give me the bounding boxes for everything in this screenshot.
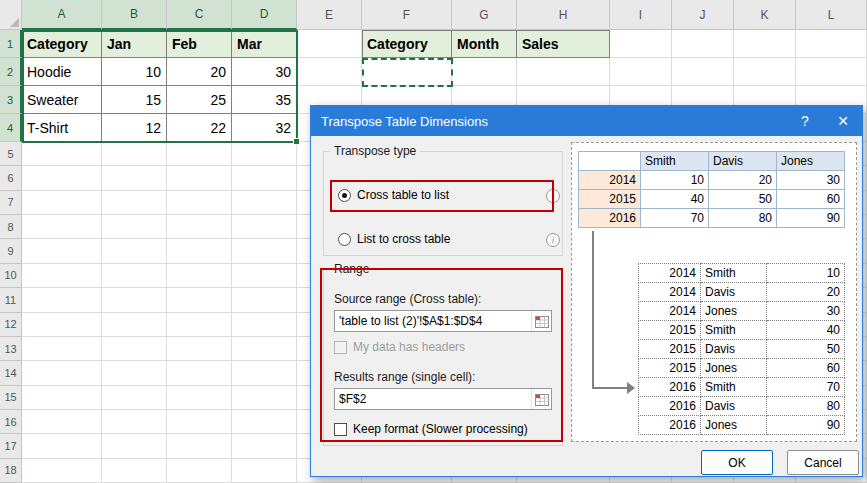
cell-B17[interactable] (102, 434, 167, 458)
cell-D10[interactable] (232, 264, 297, 288)
cell-A6[interactable] (22, 166, 102, 190)
cell-D13[interactable] (232, 337, 297, 361)
cell-B14[interactable] (102, 361, 167, 385)
cell-L2[interactable] (796, 58, 867, 86)
cell-B10[interactable] (102, 264, 167, 288)
cell-A9[interactable] (22, 239, 102, 263)
cell-C13[interactable] (167, 337, 232, 361)
cell-A11[interactable] (22, 288, 102, 312)
cell-D17[interactable] (232, 434, 297, 458)
cell-B11[interactable] (102, 288, 167, 312)
column-header-E[interactable]: E (297, 0, 362, 30)
cell-A14[interactable] (22, 361, 102, 385)
column-header-I[interactable]: I (610, 0, 672, 30)
cell-A1[interactable]: Category (22, 30, 102, 58)
cell-B3[interactable]: 15 (102, 86, 167, 114)
cell-B6[interactable] (102, 166, 167, 190)
cell-A10[interactable] (22, 264, 102, 288)
cell-B4[interactable]: 12 (102, 114, 167, 142)
cell-B12[interactable] (102, 313, 167, 337)
dialog-titlebar[interactable]: Transpose Table Dimensions ? ✕ (311, 106, 862, 136)
help-icon[interactable]: ? (786, 106, 824, 136)
cell-D15[interactable] (232, 386, 297, 410)
column-header-L[interactable]: L (796, 0, 867, 30)
cell-F2[interactable] (362, 58, 452, 86)
cell-C16[interactable] (167, 410, 232, 434)
cell-C4[interactable]: 22 (167, 114, 232, 142)
cell-B1[interactable]: Jan (102, 30, 167, 58)
checkbox-keep-format[interactable]: Keep format (Slower processing) (334, 422, 528, 436)
source-range-input[interactable] (335, 314, 531, 328)
row-header-9[interactable]: 9 (0, 239, 22, 263)
row-header-11[interactable]: 11 (0, 288, 22, 312)
cell-C5[interactable] (167, 142, 232, 166)
cell-B5[interactable] (102, 142, 167, 166)
cell-C1[interactable]: Feb (167, 30, 232, 58)
cell-E1[interactable] (297, 30, 362, 58)
cell-C18[interactable] (167, 459, 232, 483)
cell-C14[interactable] (167, 361, 232, 385)
cell-B7[interactable] (102, 191, 167, 215)
cell-K1[interactable] (734, 30, 796, 58)
row-header-7[interactable]: 7 (0, 191, 22, 215)
row-header-17[interactable]: 17 (0, 434, 22, 458)
cell-B18[interactable] (102, 459, 167, 483)
cell-C17[interactable] (167, 434, 232, 458)
cell-H2[interactable] (517, 58, 610, 86)
row-header-3[interactable]: 3 (0, 86, 22, 114)
cell-A3[interactable]: Sweater (22, 86, 102, 114)
column-header-J[interactable]: J (672, 0, 734, 30)
cell-A18[interactable] (22, 459, 102, 483)
row-header-5[interactable]: 5 (0, 142, 22, 166)
row-header-12[interactable]: 12 (0, 313, 22, 337)
row-header-6[interactable]: 6 (0, 166, 22, 190)
cell-L1[interactable] (796, 30, 867, 58)
cell-G1[interactable]: Month (452, 30, 517, 58)
row-header-2[interactable]: 2 (0, 58, 22, 86)
cell-A7[interactable] (22, 191, 102, 215)
row-header-16[interactable]: 16 (0, 410, 22, 434)
cell-C3[interactable]: 25 (167, 86, 232, 114)
column-header-F[interactable]: F (362, 0, 452, 30)
cell-E2[interactable] (297, 58, 362, 86)
cell-B2[interactable]: 10 (102, 58, 167, 86)
cell-K2[interactable] (734, 58, 796, 86)
cell-J2[interactable] (672, 58, 734, 86)
row-header-18[interactable]: 18 (0, 459, 22, 483)
cell-A12[interactable] (22, 313, 102, 337)
range-picker-icon[interactable] (531, 311, 551, 331)
cell-C11[interactable] (167, 288, 232, 312)
cell-C12[interactable] (167, 313, 232, 337)
row-header-4[interactable]: 4 (0, 114, 22, 142)
cell-C2[interactable]: 20 (167, 58, 232, 86)
cell-B16[interactable] (102, 410, 167, 434)
column-header-H[interactable]: H (517, 0, 610, 30)
cell-B8[interactable] (102, 215, 167, 239)
cell-G2[interactable] (452, 58, 517, 86)
cell-A5[interactable] (22, 142, 102, 166)
cell-B9[interactable] (102, 239, 167, 263)
fill-handle[interactable] (293, 138, 300, 145)
column-header-C[interactable]: C (167, 0, 232, 30)
cell-I1[interactable] (610, 30, 672, 58)
radio-list-to-cross-table[interactable]: List to cross table (338, 232, 450, 246)
cell-B15[interactable] (102, 386, 167, 410)
row-header-15[interactable]: 15 (0, 386, 22, 410)
select-all-corner[interactable] (0, 0, 22, 30)
cell-A8[interactable] (22, 215, 102, 239)
cell-D16[interactable] (232, 410, 297, 434)
cell-A4[interactable]: T-Shirt (22, 114, 102, 142)
cell-D2[interactable]: 30 (232, 58, 297, 86)
cell-D9[interactable] (232, 239, 297, 263)
cell-H1[interactable]: Sales (517, 30, 610, 58)
cell-A2[interactable]: Hoodie (22, 58, 102, 86)
cell-C15[interactable] (167, 386, 232, 410)
cell-B13[interactable] (102, 337, 167, 361)
cell-D4[interactable]: 32 (232, 114, 297, 142)
cancel-button[interactable]: Cancel (787, 450, 859, 475)
column-header-D[interactable]: D (232, 0, 297, 30)
cell-C10[interactable] (167, 264, 232, 288)
cell-D18[interactable] (232, 459, 297, 483)
cell-A16[interactable] (22, 410, 102, 434)
row-header-14[interactable]: 14 (0, 361, 22, 385)
